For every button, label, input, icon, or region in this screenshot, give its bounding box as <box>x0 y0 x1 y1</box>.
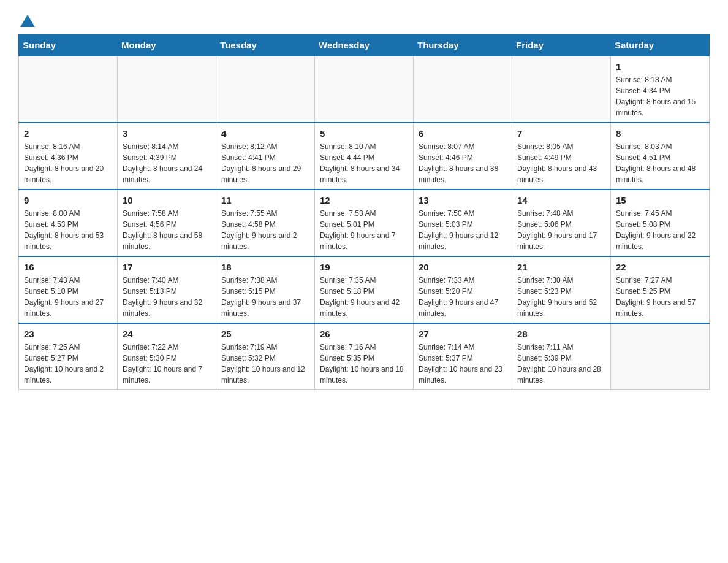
calendar-cell: 11Sunrise: 7:55 AMSunset: 4:58 PMDayligh… <box>216 190 315 256</box>
day-number: 14 <box>517 194 605 207</box>
day-info-line: Daylight: 9 hours and 37 minutes. <box>221 297 309 319</box>
day-number: 16 <box>24 261 112 274</box>
calendar-cell: 13Sunrise: 7:50 AMSunset: 5:03 PMDayligh… <box>414 190 512 256</box>
day-info-line: Sunrise: 7:55 AM <box>221 208 309 219</box>
day-info-line: Sunrise: 7:38 AM <box>221 275 309 286</box>
week-row-2: 2Sunrise: 8:16 AMSunset: 4:36 PMDaylight… <box>19 123 710 190</box>
day-info-line: Sunset: 4:39 PM <box>123 152 211 163</box>
day-info-line: Sunrise: 7:16 AM <box>320 342 408 353</box>
calendar-cell <box>611 323 710 390</box>
day-info-line: Sunrise: 7:30 AM <box>517 275 605 286</box>
day-info-line: Daylight: 9 hours and 12 minutes. <box>419 230 507 252</box>
calendar-cell: 5Sunrise: 8:10 AMSunset: 4:44 PMDaylight… <box>315 123 414 190</box>
day-number: 10 <box>123 194 211 207</box>
day-info-line: Daylight: 8 hours and 29 minutes. <box>221 163 309 185</box>
calendar-cell: 27Sunrise: 7:14 AMSunset: 5:37 PMDayligh… <box>414 323 512 390</box>
day-info-line: Sunrise: 8:03 AM <box>616 141 704 152</box>
day-number: 27 <box>419 327 507 340</box>
day-info-line: Daylight: 9 hours and 27 minutes. <box>24 297 112 319</box>
day-info-line: Sunset: 5:37 PM <box>419 353 507 364</box>
weekday-header-wednesday: Wednesday <box>315 35 414 56</box>
day-number: 26 <box>320 327 408 340</box>
day-info-line: Daylight: 9 hours and 32 minutes. <box>123 297 211 319</box>
day-info-line: Daylight: 9 hours and 17 minutes. <box>517 230 605 252</box>
day-info-line: Sunrise: 7:27 AM <box>616 275 704 286</box>
day-number: 21 <box>517 261 605 274</box>
day-info-line: Sunrise: 7:11 AM <box>517 342 605 353</box>
week-row-5: 23Sunrise: 7:25 AMSunset: 5:27 PMDayligh… <box>19 323 710 390</box>
day-info-line: Daylight: 8 hours and 15 minutes. <box>616 96 704 118</box>
day-number: 23 <box>24 327 112 340</box>
day-number: 4 <box>221 127 309 140</box>
calendar-body: 1Sunrise: 8:18 AMSunset: 4:34 PMDaylight… <box>19 56 710 390</box>
day-info-line: Daylight: 10 hours and 18 minutes. <box>320 364 408 386</box>
day-info-line: Sunset: 5:03 PM <box>419 219 507 230</box>
day-number: 8 <box>616 127 704 140</box>
day-info-line: Daylight: 8 hours and 53 minutes. <box>24 230 112 252</box>
logo-triangle-icon <box>20 15 35 27</box>
day-info-line: Sunset: 4:58 PM <box>221 219 309 230</box>
calendar-cell: 25Sunrise: 7:19 AMSunset: 5:32 PMDayligh… <box>216 323 315 390</box>
day-number: 11 <box>221 194 309 207</box>
day-info-line: Sunrise: 7:25 AM <box>24 342 112 353</box>
day-info-line: Sunrise: 7:45 AM <box>616 208 704 219</box>
calendar-cell: 18Sunrise: 7:38 AMSunset: 5:15 PMDayligh… <box>216 256 315 323</box>
day-info-line: Sunset: 5:01 PM <box>320 219 408 230</box>
calendar-cell: 16Sunrise: 7:43 AMSunset: 5:10 PMDayligh… <box>19 256 118 323</box>
calendar-cell <box>414 56 512 123</box>
day-info-line: Sunset: 4:34 PM <box>616 85 704 96</box>
calendar-cell: 20Sunrise: 7:33 AMSunset: 5:20 PMDayligh… <box>414 256 512 323</box>
day-number: 1 <box>616 60 704 73</box>
calendar-cell <box>118 56 216 123</box>
day-info-line: Sunset: 5:30 PM <box>123 353 211 364</box>
day-number: 24 <box>123 327 211 340</box>
day-number: 9 <box>24 194 112 207</box>
day-info-line: Sunset: 4:41 PM <box>221 152 309 163</box>
calendar-cell <box>19 56 118 123</box>
day-info-line: Sunset: 5:18 PM <box>320 286 408 297</box>
calendar-cell: 1Sunrise: 8:18 AMSunset: 4:34 PMDaylight… <box>611 56 710 123</box>
weekday-header-sunday: Sunday <box>19 35 118 56</box>
day-info-line: Daylight: 8 hours and 24 minutes. <box>123 163 211 185</box>
day-info-line: Daylight: 10 hours and 28 minutes. <box>517 364 605 386</box>
weekday-header-friday: Friday <box>512 35 611 56</box>
logo <box>18 12 36 28</box>
calendar-cell: 8Sunrise: 8:03 AMSunset: 4:51 PMDaylight… <box>611 123 710 190</box>
calendar-cell: 26Sunrise: 7:16 AMSunset: 5:35 PMDayligh… <box>315 323 414 390</box>
weekday-header-thursday: Thursday <box>414 35 512 56</box>
calendar-cell: 12Sunrise: 7:53 AMSunset: 5:01 PMDayligh… <box>315 190 414 256</box>
calendar-cell: 28Sunrise: 7:11 AMSunset: 5:39 PMDayligh… <box>512 323 611 390</box>
day-number: 15 <box>616 194 704 207</box>
day-info-line: Daylight: 10 hours and 2 minutes. <box>24 364 112 386</box>
calendar-header: SundayMondayTuesdayWednesdayThursdayFrid… <box>19 35 710 56</box>
day-info-line: Sunrise: 8:12 AM <box>221 141 309 152</box>
calendar-cell <box>216 56 315 123</box>
day-info-line: Daylight: 9 hours and 7 minutes. <box>320 230 408 252</box>
calendar-cell: 3Sunrise: 8:14 AMSunset: 4:39 PMDaylight… <box>118 123 216 190</box>
day-info-line: Sunset: 5:06 PM <box>517 219 605 230</box>
day-info-line: Daylight: 9 hours and 42 minutes. <box>320 297 408 319</box>
day-info-line: Sunrise: 8:14 AM <box>123 141 211 152</box>
day-info-line: Sunset: 4:51 PM <box>616 152 704 163</box>
day-number: 2 <box>24 127 112 140</box>
day-info-line: Sunrise: 7:48 AM <box>517 208 605 219</box>
day-info-line: Daylight: 8 hours and 38 minutes. <box>419 163 507 185</box>
calendar-cell: 17Sunrise: 7:40 AMSunset: 5:13 PMDayligh… <box>118 256 216 323</box>
week-row-3: 9Sunrise: 8:00 AMSunset: 4:53 PMDaylight… <box>19 190 710 256</box>
day-info-line: Sunrise: 7:35 AM <box>320 275 408 286</box>
day-info-line: Daylight: 9 hours and 52 minutes. <box>517 297 605 319</box>
day-info-line: Sunset: 5:23 PM <box>517 286 605 297</box>
day-info-line: Sunrise: 7:19 AM <box>221 342 309 353</box>
week-row-1: 1Sunrise: 8:18 AMSunset: 4:34 PMDaylight… <box>19 56 710 123</box>
day-number: 17 <box>123 261 211 274</box>
day-info-line: Sunset: 5:08 PM <box>616 219 704 230</box>
day-number: 12 <box>320 194 408 207</box>
day-info-line: Sunset: 5:13 PM <box>123 286 211 297</box>
calendar-table: SundayMondayTuesdayWednesdayThursdayFrid… <box>18 34 710 390</box>
day-info-line: Daylight: 9 hours and 47 minutes. <box>419 297 507 319</box>
calendar-cell: 6Sunrise: 8:07 AMSunset: 4:46 PMDaylight… <box>414 123 512 190</box>
day-info-line: Daylight: 8 hours and 58 minutes. <box>123 230 211 252</box>
day-info-line: Sunset: 4:49 PM <box>517 152 605 163</box>
day-info-line: Sunset: 5:20 PM <box>419 286 507 297</box>
day-number: 18 <box>221 261 309 274</box>
